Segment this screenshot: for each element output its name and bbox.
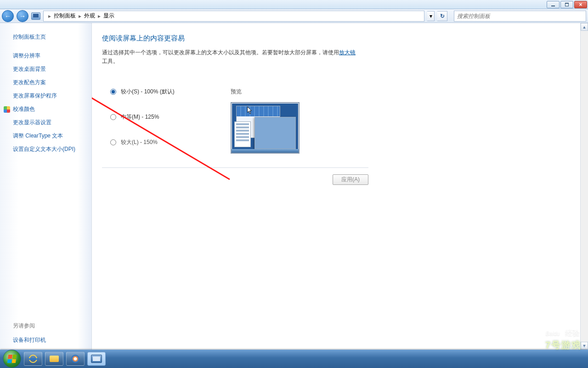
page-title: 使阅读屏幕上的内容更容易 (102, 34, 578, 43)
sidebar-item-color-scheme[interactable]: 更改配色方案 (13, 79, 86, 86)
breadcrumb[interactable]: ▸ 控制面板 ▸ 外观 ▸ 显示 (43, 11, 424, 22)
search-input[interactable] (457, 13, 583, 19)
main-content: 使阅读屏幕上的内容更容易 通过选择其中一个选项，可以更改屏幕上的文本大小以及其他… (92, 23, 588, 350)
breadcrumb-dropdown[interactable]: ▾ (427, 11, 435, 21)
taskbar-media-icon[interactable] (66, 352, 85, 366)
radio-larger-input[interactable] (110, 139, 116, 145)
vertical-scrollbar[interactable]: ▲ ▼ (580, 23, 588, 350)
scroll-up-button[interactable]: ▲ (581, 23, 588, 31)
magnifier-link[interactable]: 放大镜 (339, 49, 356, 56)
taskbar-explorer-icon[interactable] (45, 352, 63, 366)
breadcrumb-root[interactable]: 控制面板 (54, 12, 76, 20)
search-box[interactable] (454, 11, 586, 22)
breadcrumb-l1[interactable]: 外观 (84, 12, 95, 20)
preview-image (231, 102, 300, 154)
forward-button[interactable]: → (17, 10, 28, 22)
sidebar-item-resolution[interactable]: 调整分辨率 (13, 52, 86, 60)
start-button[interactable] (3, 350, 21, 368)
preview-label: 预览 (231, 88, 368, 96)
taskbar-controlpanel-icon[interactable] (87, 352, 106, 366)
apply-button[interactable]: 应用(A) (333, 174, 368, 185)
taskbar-ie-icon[interactable] (24, 352, 42, 366)
maximize-button[interactable] (560, 1, 573, 8)
shield-icon (4, 106, 10, 113)
nav-toolbar: ← → ▸ 控制面板 ▸ 外观 ▸ 显示 ▾ ↻ (0, 9, 588, 23)
radio-medium[interactable]: 中等(M) - 125% (110, 113, 220, 121)
sidebar-item-cleartype[interactable]: 调整 ClearType 文本 (13, 132, 86, 140)
radio-larger[interactable]: 较大(L) - 150% (110, 138, 220, 146)
minimize-button[interactable] (547, 1, 560, 8)
window-titlebar: × (0, 0, 588, 9)
radio-medium-input[interactable] (110, 114, 116, 120)
page-description: 通过选择其中一个选项，可以更改屏幕上的文本大小以及其他项。若要暂时放大部分屏幕，… (102, 48, 359, 66)
sidebar-seealso-label: 另请参阅 (13, 322, 86, 330)
sidebar-item-display-settings[interactable]: 更改显示器设置 (13, 119, 86, 126)
taskbar (0, 350, 588, 368)
sidebar-item-calibrate-color[interactable]: 校准颜色 (13, 105, 86, 113)
sidebar-item-wallpaper[interactable]: 更改桌面背景 (13, 65, 86, 73)
close-button[interactable]: × (574, 1, 587, 8)
refresh-button[interactable]: ↻ (437, 11, 447, 21)
watermark-url: xiayx.com (565, 345, 585, 350)
computer-icon (31, 12, 40, 20)
radio-smaller-input[interactable] (110, 89, 116, 95)
radio-smaller[interactable]: 较小(S) - 100% (默认) (110, 88, 220, 96)
sidebar-item-custom-dpi[interactable]: 设置自定义文本大小(DPI) (13, 145, 86, 153)
back-button[interactable]: ← (2, 10, 14, 22)
breadcrumb-l2[interactable]: 显示 (103, 12, 114, 20)
sidebar: 控制面板主页 调整分辨率 更改桌面背景 更改配色方案 更改屏幕保护程序 校准颜色… (0, 23, 92, 350)
sidebar-seealso-devices[interactable]: 设备和打印机 (13, 336, 86, 344)
sidebar-heading[interactable]: 控制面板主页 (13, 33, 86, 41)
sidebar-item-screensaver[interactable]: 更改屏幕保护程序 (13, 92, 86, 100)
